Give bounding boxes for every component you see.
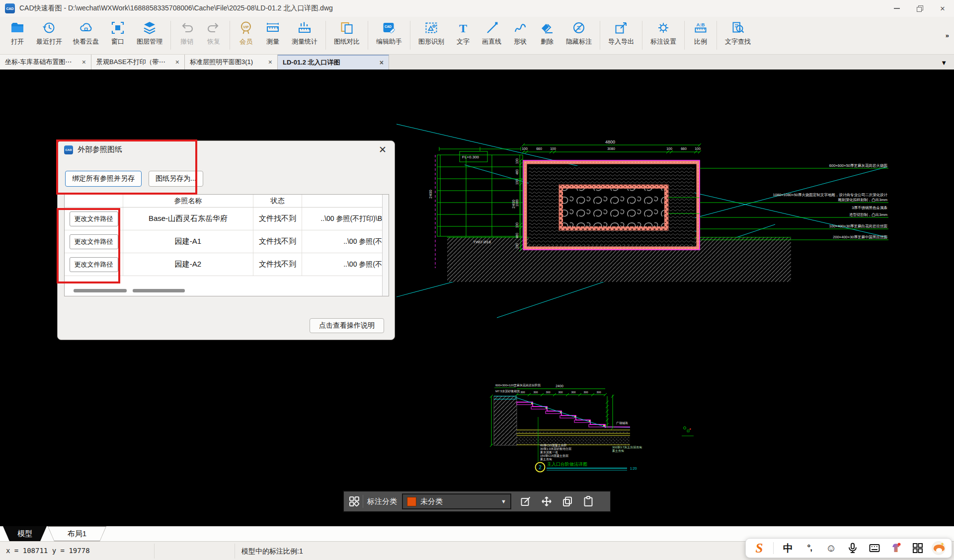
tab-close-icon[interactable]: × (175, 58, 179, 66)
svg-text:660: 660 (536, 147, 542, 150)
svg-text:600×300×120芝麻灰花岗岩台阶面: 600×300×120芝麻灰花岗岩台阶面 (495, 383, 541, 387)
tab-close-icon[interactable]: × (268, 58, 272, 66)
svg-text:100: 100 (550, 147, 556, 150)
tab-close-icon[interactable]: × (380, 59, 384, 67)
svg-text:300厚3:7灰土分层夯实: 300厚3:7灰土分层夯实 (612, 445, 642, 449)
stair-right-dims (606, 395, 614, 429)
edit-assistant-button[interactable]: CAD 编辑助手 (371, 20, 407, 46)
stair-section-detail: 600×300×120芝麻灰花岗岩台阶面 M7.5水泥砂浆砌筑 2400 300… (490, 383, 642, 472)
scale-ratio-button[interactable]: A:B 比例 (687, 20, 714, 46)
svg-text:3厚不锈钢黑色金属条: 3厚不锈钢黑色金属条 (852, 206, 887, 210)
tab-model[interactable]: 模型 (3, 526, 47, 541)
undo-button[interactable]: 撤销 (173, 20, 200, 46)
svg-text:A:B: A:B (697, 22, 705, 27)
microphone-icon[interactable] (845, 541, 860, 556)
move-annotation-button[interactable] (540, 495, 553, 508)
vertical-scrollbar[interactable] (382, 195, 389, 296)
svg-text:100: 100 (515, 158, 519, 164)
text-t-icon: T (455, 20, 471, 36)
import-export-icon (613, 20, 629, 36)
svg-text:FL+0.300: FL+0.300 (462, 155, 479, 159)
horizontal-scrollbar-thumb[interactable] (74, 289, 127, 292)
recent-open-button[interactable]: 最近打开 (31, 20, 68, 46)
ime-skin-icon[interactable] (888, 541, 903, 556)
svg-text:2400: 2400 (428, 190, 433, 199)
svg-text:460: 460 (515, 233, 519, 238)
ref-name-cell: 园建-A1 (123, 230, 253, 253)
svg-text:100: 100 (695, 147, 701, 150)
redo-icon (206, 20, 222, 36)
red-annotation-box-buttons (57, 208, 120, 283)
plan-left-grid (437, 147, 523, 236)
ruler-icon (265, 20, 281, 36)
measure-button[interactable]: 测量 (259, 20, 286, 46)
scale-ab-icon: A:B (693, 20, 709, 36)
annotation-settings-button[interactable]: 标注设置 (645, 20, 682, 46)
hide-annotations-button[interactable]: 隐藏标注 (560, 20, 597, 46)
ref-path-cell: ..\00 参照(不打印)\B (302, 208, 383, 230)
minimize-button[interactable] (885, 0, 908, 17)
toolbar-separator (684, 21, 685, 50)
emoji-icon[interactable]: ☺ (824, 541, 839, 556)
layer-manager-button[interactable]: 图层管理 (131, 20, 168, 46)
cad-viewer-app: { "window": { "title": "CAD快速看图 - D:\\we… (0, 0, 954, 560)
toolbar-separator (170, 21, 171, 50)
dialog-close-button[interactable]: ✕ (379, 144, 387, 155)
shape-recognition-button[interactable]: 图形识别 (413, 20, 450, 46)
tab-layout1[interactable]: 布局1 (48, 526, 106, 541)
shape-tool-button[interactable]: 形状 (507, 20, 534, 46)
edit-annotation-button[interactable] (519, 495, 532, 508)
delete-button[interactable]: 删除 (534, 20, 560, 46)
svg-text:300: 300 (533, 391, 538, 394)
detail-title: 2 主入口台阶做法详图 1:20 (536, 462, 637, 472)
import-export-button[interactable]: 导入导出 (603, 20, 639, 46)
redo-button[interactable]: 恢复 (200, 20, 227, 46)
ruler-stats-icon (297, 20, 313, 36)
toolbar-separator (368, 21, 368, 50)
text-tool-button[interactable]: T 文字 (450, 20, 477, 46)
tab-list-dropdown[interactable]: ▼ (941, 59, 947, 67)
cloud-drive-button[interactable]: 快看云盘 (68, 20, 104, 46)
category-grid-icon[interactable] (348, 495, 361, 508)
ime-punctuation-toggle[interactable]: °, (802, 541, 817, 556)
drawing-compare-button[interactable]: 图纸对比 (328, 20, 365, 46)
virtual-keyboard-icon[interactable] (867, 541, 882, 556)
sogou-logo-icon[interactable]: S (752, 541, 767, 556)
tab-drawing-4-active[interactable]: LD-01.2 北入口详图 × (278, 55, 389, 70)
vip-member-button[interactable]: VIP 会员 (233, 20, 259, 46)
toolbar-separator (642, 21, 642, 50)
title-bar: CAD CAD快速看图 - D:\wechat\WXWork\168885833… (0, 0, 954, 17)
tab-close-icon[interactable]: × (82, 58, 86, 66)
ime-apps-grid-icon[interactable] (910, 541, 925, 556)
ime-assistant-mascot-icon[interactable]: ✦ (932, 541, 946, 555)
recognition-icon (423, 20, 439, 36)
restore-button[interactable] (908, 0, 931, 17)
toolbar-overflow-button[interactable]: » (946, 32, 953, 39)
toolbar-separator (230, 21, 230, 50)
statusbar-separator (235, 544, 235, 559)
drawing-tab-bar: 坐标-车库基础布置图⋯ × 景观BASE不打印（带⋯ × 标准层照明平面图3(1… (0, 55, 954, 70)
category-dropdown[interactable]: 未分类 ▼ (402, 493, 511, 509)
open-button[interactable]: 打开 (4, 20, 31, 46)
draw-line-button[interactable]: 画直线 (477, 20, 507, 46)
measure-stats-button[interactable]: 测量统计 (286, 20, 323, 46)
horizontal-scrollbar-thumb[interactable] (133, 289, 185, 292)
copy-annotation-button[interactable] (561, 495, 574, 508)
svg-text:100: 100 (666, 147, 672, 150)
ime-separator (773, 542, 774, 554)
window-tool-button[interactable]: 窗口 (104, 20, 131, 46)
ime-mode-toggle[interactable]: 中 (781, 541, 795, 556)
svg-text:30厚1:3水泥砂浆结合层: 30厚1:3水泥砂浆结合层 (540, 447, 571, 451)
svg-text:460: 460 (515, 169, 519, 175)
svg-text:TWO Ø18: TWO Ø18 (473, 240, 491, 244)
view-instructions-button[interactable]: 点击查看操作说明 (310, 318, 384, 333)
paste-annotation-button[interactable] (582, 495, 595, 508)
eraser-icon (539, 20, 555, 36)
close-button[interactable]: ✕ (931, 0, 954, 17)
tab-drawing-2[interactable]: 景观BASE不打印（带⋯ × (91, 55, 185, 70)
tab-drawing-3[interactable]: 标准层照明平面图3(1) × (185, 55, 278, 70)
text-search-button[interactable]: A 文字查找 (719, 20, 756, 46)
tab-drawing-1[interactable]: 坐标-车库基础布置图⋯ × (0, 55, 91, 70)
main-toolbar: 打开 最近打开 快看云盘 窗口 图层管理 撤销 恢复 VIP 会员 测量 测量统… (0, 17, 954, 55)
svg-text:300: 300 (571, 391, 575, 394)
